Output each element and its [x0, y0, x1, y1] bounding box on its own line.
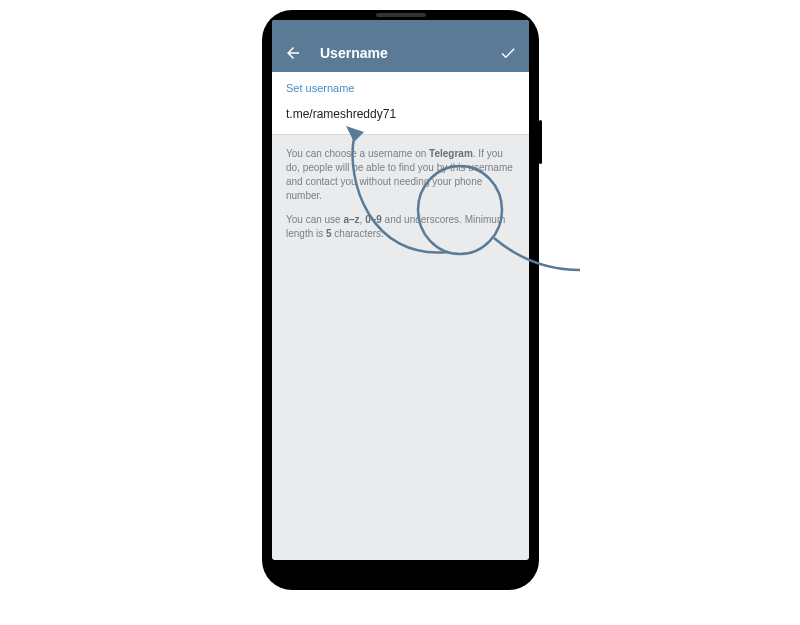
info-paragraph-1: You can choose a username on Telegram. I… [286, 147, 515, 203]
info-block: You can choose a username on Telegram. I… [272, 135, 529, 263]
username-section: Set username [272, 72, 529, 135]
phone-frame: Username Set username You can choose a u… [262, 10, 539, 590]
username-input[interactable] [286, 107, 515, 121]
info-paragraph-2: You can use a–z, 0–9 and underscores. Mi… [286, 213, 515, 241]
phone-screen: Username Set username You can choose a u… [272, 20, 529, 560]
page-title: Username [320, 45, 499, 61]
status-bar [272, 20, 529, 34]
side-button [539, 120, 542, 164]
app-header: Username [272, 34, 529, 72]
phone-speaker [376, 13, 426, 17]
section-label: Set username [286, 82, 515, 94]
confirm-check-icon[interactable] [499, 44, 517, 62]
back-arrow-icon[interactable] [284, 44, 302, 62]
